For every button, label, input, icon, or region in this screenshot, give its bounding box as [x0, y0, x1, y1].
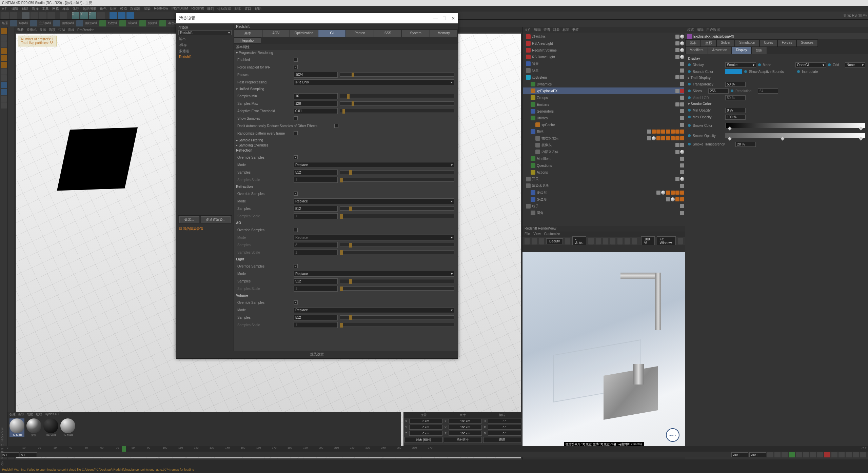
- menu-雕刻[interactable]: 雕刻: [207, 6, 214, 11]
- rv-auto-combo[interactable]: -Auto-: [572, 236, 587, 246]
- menu-编辑[interactable]: 编辑: [12, 6, 18, 11]
- coord-sys-icon[interactable]: [97, 12, 105, 19]
- obj-row-物理水龙头[interactable]: 物理水龙头: [523, 135, 684, 142]
- samples-max-input[interactable]: 128: [294, 101, 338, 106]
- rv-fit-combo[interactable]: Fit Window: [657, 236, 676, 246]
- rs-tree-save[interactable]: -保存: [178, 42, 232, 48]
- minimize-icon[interactable]: —: [433, 16, 438, 21]
- menu-角色[interactable]: 角色: [100, 6, 106, 11]
- reflection-mode-combo[interactable]: Replace▾: [294, 162, 454, 168]
- auto-reduce-checkbox[interactable]: [334, 124, 338, 128]
- cylinder-field-icon[interactable]: [76, 20, 83, 26]
- model-mode-icon[interactable]: [1, 35, 7, 41]
- tag-icon[interactable]: [675, 143, 679, 147]
- keyframe-scale-icon[interactable]: [853, 452, 859, 457]
- cube-field-icon[interactable]: [30, 20, 37, 26]
- viewport-solo-icon[interactable]: [1, 75, 7, 81]
- tag-icon[interactable]: [675, 35, 679, 39]
- light-override-checkbox[interactable]: [294, 264, 298, 268]
- tag-icon[interactable]: [675, 41, 679, 45]
- menu-模拟[interactable]: 模拟: [120, 6, 127, 11]
- menu-选择[interactable]: 选择: [32, 6, 39, 11]
- redo-icon[interactable]: [10, 12, 17, 19]
- transparency-input[interactable]: 50 %: [725, 82, 746, 87]
- axis-mode-icon[interactable]: [1, 68, 7, 75]
- axis-x-icon[interactable]: X: [72, 12, 79, 19]
- menu-运动图形[interactable]: 运动图形: [83, 6, 96, 11]
- tl-range2-input[interactable]: 250 F: [749, 452, 766, 457]
- tag-icon[interactable]: [680, 55, 684, 59]
- maximize-icon[interactable]: ☐: [442, 16, 447, 21]
- scale-tool-icon[interactable]: [39, 12, 46, 19]
- shader-field-icon[interactable]: [159, 20, 166, 26]
- obj-row-xpCache[interactable]: xpCache: [523, 121, 684, 128]
- tl-range1-input[interactable]: 250 F: [731, 452, 748, 457]
- material-RS Mate[interactable]: RS Mate: [60, 418, 75, 437]
- tag-icon[interactable]: [671, 191, 675, 195]
- tag-icon[interactable]: [680, 89, 684, 93]
- rs-tree-multipass[interactable]: 多通道: [178, 48, 232, 54]
- randomize-checkbox[interactable]: [294, 131, 298, 135]
- tag-icon[interactable]: [680, 75, 684, 79]
- menu-INSYDIUM[interactable]: INSYDIUM: [172, 6, 188, 11]
- attr-tab-坐标[interactable]: 坐标: [701, 39, 716, 47]
- attr-tab-Modifiers[interactable]: Modifiers: [685, 47, 708, 54]
- obj-row-内部立方体[interactable]: 内部立方体: [523, 149, 684, 155]
- refraction-override-checkbox[interactable]: [294, 192, 298, 196]
- rv-refresh-icon[interactable]: [539, 238, 544, 244]
- autokey-icon[interactable]: [831, 452, 837, 457]
- rv-zoom[interactable]: 100 %: [641, 236, 655, 246]
- renderer-combo[interactable]: Redshift▾: [178, 30, 232, 35]
- menu-工具[interactable]: 工具: [42, 6, 49, 11]
- prev-key-icon[interactable]: [774, 452, 781, 457]
- tag-icon[interactable]: [680, 211, 684, 215]
- tag-icon[interactable]: [666, 197, 670, 201]
- playhead[interactable]: [122, 446, 126, 452]
- fast-preprocess-combo[interactable]: IPR Only▾: [294, 79, 454, 85]
- sphere-field2-icon[interactable]: [119, 20, 126, 26]
- undo-icon[interactable]: [1, 12, 9, 19]
- volume-samples-input[interactable]: 512: [294, 315, 338, 320]
- menu-样条[interactable]: 样条: [62, 6, 69, 11]
- obj-row-背景[interactable]: 背景: [523, 60, 684, 67]
- light-samples-input[interactable]: 512: [294, 278, 338, 284]
- tag-icon[interactable]: [680, 157, 684, 161]
- texture-mode-icon[interactable]: [1, 41, 7, 47]
- rs-tab-AOV[interactable]: AOV: [262, 30, 290, 37]
- effect-button[interactable]: 效果...: [179, 216, 199, 223]
- tag-icon[interactable]: [680, 177, 684, 181]
- rs-tab-Memory[interactable]: Memory: [430, 30, 458, 37]
- render-settings-icon[interactable]: [126, 12, 134, 19]
- axis-y-icon[interactable]: Y: [80, 12, 88, 19]
- tag-icon[interactable]: [680, 41, 684, 45]
- attr-tab-Solver[interactable]: Solver: [716, 39, 735, 47]
- menu-网格[interactable]: 网格: [52, 6, 59, 11]
- move-tool-icon[interactable]: [31, 12, 38, 19]
- tag-icon[interactable]: [680, 96, 684, 100]
- attr-tab-Simulation[interactable]: Simulation: [735, 39, 760, 47]
- obj-row-Groups[interactable]: Groups: [523, 94, 684, 101]
- force-ipr-checkbox[interactable]: [294, 65, 298, 69]
- rs-titlebar[interactable]: 渲染设置 —☐✕: [176, 13, 458, 23]
- obj-row-Emitters[interactable]: Emitters: [523, 101, 684, 108]
- rot-Z-input[interactable]: 0 °: [488, 431, 521, 436]
- rs-subtab-integration[interactable]: Integration: [234, 37, 261, 44]
- obj-row-Utilities[interactable]: Utilities: [523, 115, 684, 121]
- tag-icon[interactable]: [675, 102, 679, 106]
- next-frame-icon[interactable]: [796, 452, 802, 457]
- obj-row-粒子[interactable]: 粒子: [523, 203, 684, 210]
- obj-row-xpExplosiaFX[interactable]: xpExplosiaFX: [523, 87, 684, 94]
- tag-icon[interactable]: [680, 48, 684, 52]
- poly-mode-icon[interactable]: [1, 62, 7, 68]
- slices-input[interactable]: 256: [708, 88, 729, 94]
- axis-z-icon[interactable]: Z: [89, 12, 96, 19]
- rv-gear-icon[interactable]: [678, 238, 683, 244]
- render-icon[interactable]: [110, 12, 117, 19]
- tag-icon[interactable]: [675, 130, 679, 134]
- volume-mode-combo[interactable]: Replace▾: [294, 307, 454, 313]
- menu-动画[interactable]: 动画: [110, 6, 117, 11]
- coord-apply-button[interactable]: 应用: [483, 437, 521, 443]
- tag-icon[interactable]: [680, 197, 684, 201]
- tag-icon[interactable]: [675, 75, 679, 79]
- keyframe-pos-icon[interactable]: [839, 452, 845, 457]
